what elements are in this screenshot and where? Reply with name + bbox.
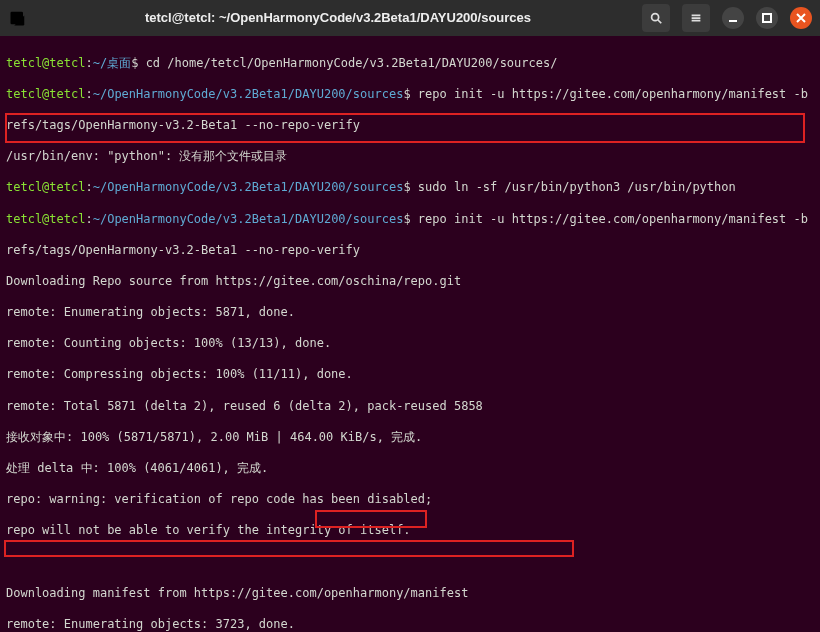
minimize-button[interactable] [722,7,744,29]
svg-point-1 [652,14,659,21]
window-title: tetcl@tetcl: ~/OpenHarmonyCode/v3.2Beta1… [34,10,642,27]
env-error: /usr/bin/env: "python": 没有那个文件或目录 [6,149,287,163]
window-titlebar: tetcl@tetcl: ~/OpenHarmonyCode/v3.2Beta1… [0,0,820,36]
cmd-repo-init-1: repo init -u https://gitee.com/openharmo… [418,87,815,101]
search-button[interactable] [642,4,670,32]
close-button[interactable] [790,7,812,29]
svg-rect-2 [763,14,771,22]
menu-button[interactable] [682,4,710,32]
cmd-sudo-ln: sudo ln -sf /usr/bin/python3 /usr/bin/py… [418,180,736,194]
prompt-user: tetcl@tetcl [6,56,85,70]
terminal-output[interactable]: tetcl@tetcl:~/桌面$ cd /home/tetcl/OpenHar… [0,36,820,632]
maximize-button[interactable] [756,7,778,29]
cmd-cd: cd /home/tetcl/OpenHarmonyCode/v3.2Beta1… [146,56,558,70]
new-tab-icon[interactable] [8,8,28,28]
cmd-repo-init-2: repo init -u https://gitee.com/openharmo… [418,212,815,226]
